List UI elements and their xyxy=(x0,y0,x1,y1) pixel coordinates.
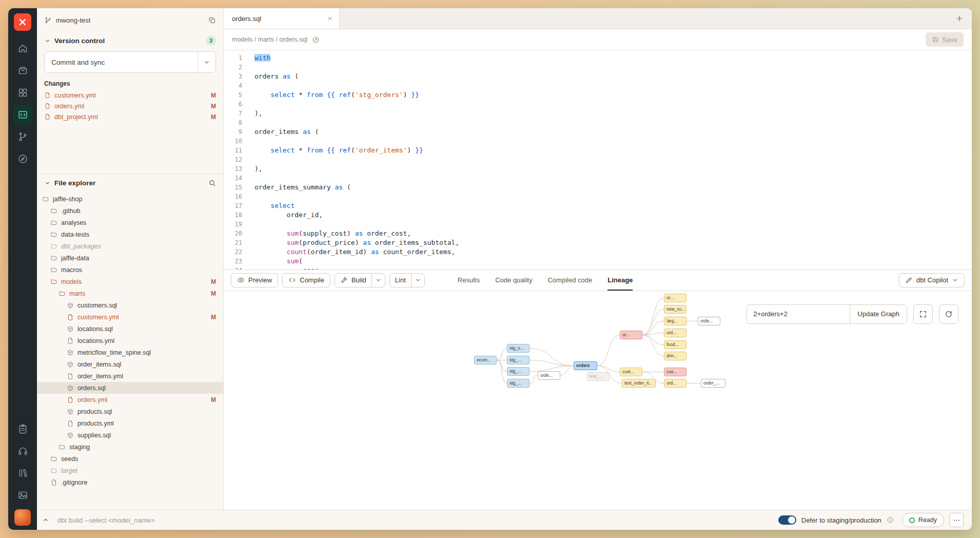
lint-options-chevron[interactable] xyxy=(411,274,424,287)
rail-item-checklist[interactable] xyxy=(13,419,32,438)
tree-item-label: .gitignore xyxy=(61,479,87,486)
lineage-panel[interactable]: Update Graph ecom...stg_o...stg_...stg_.… xyxy=(224,291,972,510)
expand-command-bar-icon[interactable] xyxy=(42,516,49,524)
tree-item-orders.yml[interactable]: orders.ymlM xyxy=(37,394,223,406)
lineage-node-cust[interactable]: cust... xyxy=(620,368,642,376)
lineage-node-stg1[interactable]: stg_o... xyxy=(507,344,530,353)
changed-file-dbt_project.yml[interactable]: dbt_project.ymlM xyxy=(37,111,223,122)
update-graph-button[interactable]: Update Graph xyxy=(850,305,907,323)
dbt-copilot-button[interactable]: dbt Copilot xyxy=(899,273,965,287)
version-control-header[interactable]: Version control 3 xyxy=(37,32,223,49)
tree-item-jaffle-data[interactable]: jaffle-data xyxy=(37,252,223,264)
copy-branch-icon[interactable] xyxy=(208,16,216,24)
changed-file-orders.yml[interactable]: orders.ymlM xyxy=(37,101,223,111)
rail-item-library[interactable] xyxy=(13,463,32,483)
tree-item-metricflow_time_spine.sql[interactable]: metricflow_time_spine.sql xyxy=(37,347,223,358)
tree-item-customers.yml[interactable]: customers.ymlM xyxy=(37,311,223,323)
lineage-selector-input[interactable] xyxy=(747,305,850,323)
lint-button[interactable]: Lint xyxy=(390,274,411,287)
tree-item-dbt_packages[interactable]: dbt_packages xyxy=(37,240,223,252)
tree-item-order_items.sql[interactable]: order_items.sql xyxy=(37,358,223,370)
changed-file-customers.yml[interactable]: customers.ymlM xyxy=(37,90,223,101)
rail-item-grid[interactable] xyxy=(13,83,32,102)
compile-button[interactable]: Compile xyxy=(282,273,330,287)
tree-item-order_items.yml[interactable]: order_items.yml xyxy=(37,370,223,382)
user-avatar[interactable] xyxy=(14,509,31,526)
branch-header[interactable]: mwong-test xyxy=(37,8,223,32)
tree-item-products.yml[interactable]: products.yml xyxy=(37,417,223,429)
tree-item-data-tests[interactable]: data-tests xyxy=(37,228,223,240)
tree-item-target[interactable]: target xyxy=(37,465,223,476)
panel-tab-lineage[interactable]: Lineage xyxy=(607,270,633,291)
panel-tab-compiled-code[interactable]: Compiled code xyxy=(547,270,592,291)
rail-item-headset[interactable] xyxy=(13,441,32,460)
rail-item-home[interactable] xyxy=(13,39,32,58)
lineage-node-stg3[interactable]: stg_... xyxy=(507,367,530,376)
tree-item-locations.yml[interactable]: locations.yml xyxy=(37,335,223,347)
command-input[interactable]: dbt build --select <model_name> xyxy=(57,516,154,524)
tree-item-models[interactable]: modelsM xyxy=(37,276,223,287)
panel-tab-code-quality[interactable]: Code quality xyxy=(495,270,532,291)
dbt-logo[interactable] xyxy=(14,13,31,31)
new-tab-icon[interactable] xyxy=(955,14,964,23)
lineage-node-food[interactable]: food... xyxy=(664,340,687,349)
lineage-node-orde1[interactable]: orde... xyxy=(538,371,560,380)
lineage-node-stg2[interactable]: stg_... xyxy=(507,356,530,364)
tree-item-locations.sql[interactable]: locations.sql xyxy=(37,323,223,335)
lineage-node-ordy1[interactable]: ord... xyxy=(664,329,687,337)
tree-item-.gitignore[interactable]: .gitignore xyxy=(37,476,223,488)
rail-item-image[interactable] xyxy=(13,485,32,505)
minimap[interactable] xyxy=(928,54,965,134)
tree-item-staging[interactable]: staging xyxy=(37,441,223,453)
lineage-node-orpink[interactable]: or... xyxy=(620,331,642,339)
open-file-link-icon[interactable] xyxy=(312,36,320,44)
lineage-node-drin[interactable]: drin... xyxy=(664,352,687,360)
tree-item-.github[interactable]: .github xyxy=(37,205,223,217)
info-icon[interactable] xyxy=(887,516,894,524)
tree-item-products.sql[interactable]: products.sql xyxy=(37,406,223,417)
tree-item-supplies.sql[interactable]: supplies.sql xyxy=(37,429,223,441)
preview-button[interactable]: Preview xyxy=(231,273,278,287)
lineage-node-orders[interactable]: orders xyxy=(574,361,597,370)
lineage-node-orderg[interactable]: order_... xyxy=(701,379,726,388)
fullscreen-button[interactable] xyxy=(913,304,933,324)
panel-tab-results[interactable]: Results xyxy=(458,270,480,291)
tree-item-macros[interactable]: macros xyxy=(37,264,223,276)
lineage-node-larg[interactable]: larg... xyxy=(664,317,687,325)
tree-item-analyses[interactable]: analyses xyxy=(37,217,223,228)
lineage-node-stg4[interactable]: stg_... xyxy=(507,379,530,388)
rail-item-compass[interactable] xyxy=(13,149,32,168)
lineage-node-newcu[interactable]: new_cu... xyxy=(664,305,687,314)
tree-item-customers.sql[interactable]: customers.sql xyxy=(37,299,223,311)
rail-item-stack[interactable] xyxy=(13,61,32,80)
commit-options-chevron[interactable] xyxy=(198,52,215,72)
more-options-button[interactable] xyxy=(949,513,964,527)
build-button[interactable]: Build xyxy=(335,274,371,287)
tree-item-orders.sql[interactable]: orders.sql xyxy=(37,382,223,394)
lineage-node-testf[interactable]: test_... xyxy=(587,372,610,381)
code-editor[interactable]: 1234567891011121314151617181920212223242… xyxy=(224,50,972,270)
tree-item-marts[interactable]: martsM xyxy=(37,287,223,299)
lineage-node-testoi[interactable]: test_order_it... xyxy=(622,379,656,388)
lineage-node-ecom[interactable]: ecom... xyxy=(474,356,497,364)
close-tab-icon[interactable] xyxy=(327,15,333,22)
tab-orders-sql[interactable]: orders.sql xyxy=(224,8,340,29)
search-icon[interactable] xyxy=(208,179,216,187)
rail-item-code-editor[interactable] xyxy=(13,105,32,124)
lineage-node-cusp[interactable]: cus... xyxy=(664,368,687,376)
rail-item-git-fork[interactable] xyxy=(13,127,32,146)
commit-and-sync-button[interactable]: Commit and sync xyxy=(45,52,198,72)
code-content[interactable]: withorders as ( select * from {{ ref('st… xyxy=(249,50,972,270)
tree-item-seeds[interactable]: seeds xyxy=(37,453,223,465)
defer-toggle[interactable] xyxy=(778,515,796,525)
lineage-node-ordy2[interactable]: ord... xyxy=(664,379,687,388)
refresh-button[interactable] xyxy=(939,304,958,324)
ready-status-badge[interactable]: Ready xyxy=(902,513,944,527)
code-line-18: order_id, xyxy=(254,210,972,220)
build-options-chevron[interactable] xyxy=(371,274,385,287)
lineage-node-oryel[interactable]: or... xyxy=(664,294,687,302)
file-explorer-header[interactable]: File explorer xyxy=(37,174,223,191)
tree-item-jaffle-shop[interactable]: jaffle-shop xyxy=(37,193,223,205)
save-button[interactable]: Save xyxy=(926,32,964,47)
lineage-node-ordeg[interactable]: orde... xyxy=(698,317,720,325)
